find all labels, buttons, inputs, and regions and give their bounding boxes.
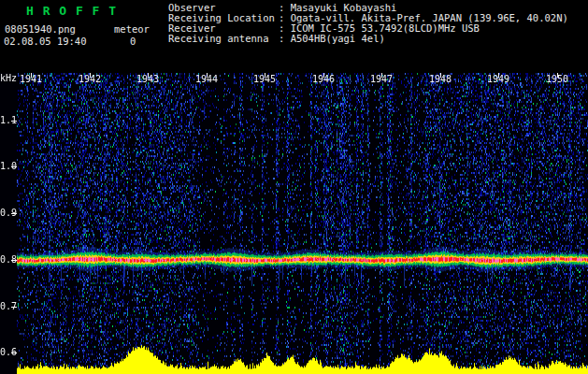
info-value: A504HB(yagi 4el): [291, 34, 385, 44]
filename-label: 08051940.png: [5, 23, 76, 35]
time-tick-label: 1949: [485, 74, 511, 84]
info-separator: :: [279, 34, 291, 44]
time-tick-label: 1944: [194, 74, 220, 84]
time-tick-label: 1942: [77, 74, 103, 84]
info-label: Receiving antenna: [168, 34, 279, 44]
time-tick-label: 1950: [544, 74, 570, 84]
time-tick-label: 1948: [427, 74, 453, 84]
meteor-count: 0: [130, 36, 136, 47]
freq-axis-unit-label: kHz: [0, 73, 16, 83]
freq-tick-label: 0.9: [0, 208, 16, 218]
time-tick-label: 1943: [135, 74, 161, 84]
hrofft-screen: H R O F F T 08051940.png meteor 0 02.08.…: [0, 0, 588, 374]
freq-tick-label: 0.7: [0, 301, 16, 311]
meteor-label: meteor: [114, 23, 150, 35]
spectrogram-canvas: [0, 73, 588, 374]
time-tick-label: 1947: [368, 74, 394, 84]
station-info: Observer : Masayuki Kobayashi Receiving …: [168, 3, 568, 44]
time-tick-label: 1946: [310, 74, 337, 84]
time-tick-label: 1945: [251, 74, 278, 84]
freq-tick-label: 0.8: [0, 254, 16, 265]
app-title: H R O F F T: [26, 4, 117, 18]
time-tick-label: 1941: [18, 74, 44, 84]
freq-tick-label: 1.0: [0, 161, 16, 171]
info-row-antenna: Receiving antenna : A504HB(yagi 4el): [168, 34, 568, 44]
datetime-label: 02.08.05 19:40: [4, 36, 87, 47]
freq-tick-label: 1.1: [0, 115, 16, 125]
freq-tick-label: 0.6: [0, 347, 16, 357]
